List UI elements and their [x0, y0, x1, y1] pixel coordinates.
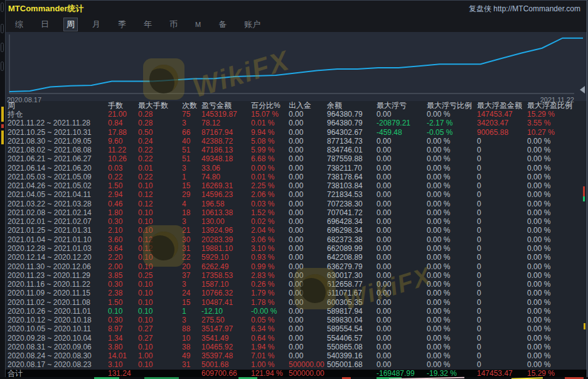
menu-item-年[interactable]: 年: [141, 18, 155, 31]
menu-item-M[interactable]: M: [192, 19, 204, 29]
cell-max-float-loss: 0.00: [377, 289, 427, 297]
table-row[interactable]: 2021.03.22 ~ 2021.03.280.460.124196.580.…: [6, 200, 587, 208]
menu-item-季[interactable]: 季: [115, 18, 129, 31]
stats-window: MTCommander统计 复盘侠 http://MTCommander.com…: [5, 0, 587, 377]
cell-max-float-loss-pct: 0.00 %: [427, 137, 477, 146]
cell-deposit: 0.00: [289, 334, 327, 343]
table-row[interactable]: 2020.11.02 ~ 2020.11.081.500.101510487.4…: [6, 298, 587, 307]
cell-max-float-loss: 0.00: [377, 271, 427, 280]
cell-max-lots: 0.12: [138, 235, 182, 244]
cell-max-float-loss-pct: 0.00 %: [427, 271, 477, 280]
cell-lots: 14.01: [108, 351, 138, 360]
cell-lots: 0.10: [108, 307, 138, 316]
table-row[interactable]: 2021.10.25 ~ 2021.10.3117.880.506687167.…: [6, 128, 587, 137]
cell-count: 38: [182, 343, 201, 351]
equity-chart-pane: 2020.08.17 2021.11.22: [6, 32, 587, 101]
table-row[interactable]: 2020.10.26 ~ 2020.11.010.100.101-12.10-0…: [6, 307, 587, 316]
table-row[interactable]: 2021.04.05 ~ 2021.04.112.940.122914596.2…: [6, 190, 587, 199]
cell-deposit: 0.00: [289, 235, 327, 244]
table-row[interactable]: 2021.01.25 ~ 2021.01.312.100.102113924.9…: [6, 226, 587, 235]
cell-max-float-profit: 90065.88: [477, 128, 527, 137]
cell-period: 2020.10.12 ~ 2020.10.18: [8, 316, 108, 324]
cell-max-lots: 0.10: [138, 208, 182, 217]
cell-max-float-loss-pct: 0.00 %: [427, 235, 477, 244]
cell-max-float-profit-pct: 0.00 %: [527, 298, 587, 307]
cell-lots: 3.60: [108, 235, 138, 244]
table-row[interactable]: 2020.11.30 ~ 2020.12.062.000.10206262.49…: [6, 262, 587, 271]
table-row[interactable]: 2020.12.14 ~ 2020.12.202.200.10225929.10…: [6, 253, 587, 262]
cell-pct: 5.99 %: [251, 146, 289, 154]
table-row[interactable]: 2021.08.30 ~ 2021.09.059.600.244042388.7…: [6, 137, 587, 146]
background-candle-mark: [584, 323, 585, 329]
cell-max-float-profit-pct: 0.00 %: [527, 173, 587, 181]
table-row[interactable]: 2020.08.24 ~ 2020.08.3014.011.004935397.…: [6, 351, 587, 360]
menu-item-币[interactable]: 币: [166, 18, 181, 31]
cell-max-float-loss: 0.00: [377, 343, 427, 351]
table-row[interactable]: 2021.11.22 ~ 2021.11.280.840.28378.120.0…: [6, 119, 587, 127]
table-row[interactable]: 2020.08.17 ~ 2020.08.233.100.10315001.68…: [6, 360, 587, 369]
cell-max-float-loss: 0.00: [377, 208, 427, 217]
table-row[interactable]: 2021.06.21 ~ 2021.06.2710.260.225149348.…: [6, 154, 587, 163]
table-row[interactable]: 2020.12.28 ~ 2021.01.033.640.123119881.1…: [6, 244, 587, 253]
cell-pct: 3.10 %: [251, 244, 289, 253]
cell-count: 3: [182, 280, 201, 289]
column-header-pct: 百分比%: [251, 101, 289, 110]
menu-item-备[interactable]: 备: [215, 18, 230, 31]
menu-item-日[interactable]: 日: [38, 18, 52, 31]
cell-balance: 682373.38: [327, 235, 377, 244]
cell-pnl: 35397.48: [201, 351, 251, 360]
menu-item-账户[interactable]: 账户: [241, 18, 264, 31]
cell-lots: 0.30: [108, 316, 138, 324]
table-row[interactable]: 持仓21.000.2875145319.8715.07 %0.00964380.…: [6, 110, 587, 119]
table-row[interactable]: 2021.01.04 ~ 2021.01.103.600.123020283.3…: [6, 235, 587, 244]
cell-count: 88: [182, 324, 201, 333]
cell-max-float-loss-pct: 0.00 %: [427, 316, 477, 324]
cell-max-lots: 0.10: [138, 343, 182, 351]
menu-bar: 综日周月季年币M备账户: [6, 17, 587, 33]
table-row[interactable]: 2021.04.26 ~ 2021.05.021.500.101516269.3…: [6, 181, 587, 190]
cell-max-float-loss: 0.00: [377, 200, 427, 208]
table-row[interactable]: 2021.06.14 ~ 2021.06.200.030.01333.060.0…: [6, 164, 587, 173]
cell-max-lots: 0.12: [138, 244, 182, 253]
table-row[interactable]: 2020.08.31 ~ 2020.09.063.800.103810465.9…: [6, 343, 587, 351]
table-row[interactable]: 2020.11.23 ~ 2020.11.293.850.253717358.5…: [6, 271, 587, 280]
cell-deposit: 0.00: [289, 324, 327, 333]
cell-deposit: 0.00: [289, 262, 327, 271]
cell-max-float-profit: 0: [477, 164, 527, 173]
cell-max-float-loss: 0.00: [377, 181, 427, 190]
table-row[interactable]: 2020.11.09 ~ 2020.11.152.380.102410766.3…: [6, 289, 587, 297]
menu-item-周[interactable]: 周: [63, 18, 78, 31]
cell-max-lots: 0.22: [138, 154, 182, 163]
cell-max-lots: 0.28: [138, 119, 182, 127]
table-row[interactable]: 2020.11.16 ~ 2020.11.220.300.1031587.100…: [6, 280, 587, 289]
cell-pct: 0.99 %: [251, 262, 289, 271]
cell-max-float-loss: 0.00: [377, 217, 427, 226]
cell-max-float-profit-pct: 0.00 %: [527, 271, 587, 280]
menu-item-综[interactable]: 综: [12, 18, 26, 31]
cell-max-float-profit: 147453.47: [477, 110, 527, 119]
cell-pnl: 10613.38: [201, 208, 251, 217]
cell-max-float-profit: 0: [477, 208, 527, 217]
cell-lots: 11.22: [108, 146, 138, 154]
cell-pct: 0.00 %: [251, 164, 289, 173]
cell-deposit: 0.00: [289, 217, 327, 226]
table-header-row: 周手数最大手数次数盈亏金额百分比%出入金余额最大浮亏最大浮亏比例最大浮盈金额最大…: [6, 101, 587, 110]
cell-count: 18: [182, 208, 201, 217]
cell-period: 2020.11.02 ~ 2020.11.08: [8, 298, 108, 307]
table-row[interactable]: 2020.10.12 ~ 2020.10.180.300.103275.500.…: [6, 316, 587, 324]
table-row[interactable]: 2021.02.08 ~ 2021.02.141.800.101810613.3…: [6, 208, 587, 217]
table-row[interactable]: 2020.10.05 ~ 2020.10.118.970.278835147.9…: [6, 324, 587, 333]
table-row[interactable]: 2021.05.03 ~ 2021.05.090.220.22174.800.0…: [6, 173, 587, 181]
table-row[interactable]: 2020.09.28 ~ 2020.10.041.340.27103541.49…: [6, 334, 587, 343]
cell-max-float-loss-pct: 0.00 %: [427, 173, 477, 181]
menu-item-月[interactable]: 月: [89, 18, 104, 31]
cell-balance: 611071.67: [327, 289, 377, 297]
cell-pnl: 13924.96: [201, 226, 251, 235]
brand-link[interactable]: 复盘侠 http://MTCommander.com: [469, 4, 580, 14]
cell-max-float-loss: 0.00: [377, 316, 427, 324]
table-row[interactable]: 2021.08.02 ~ 2021.08.0811.220.225147186.…: [6, 146, 587, 154]
cell-max-lots: 0.10: [138, 262, 182, 271]
table-row[interactable]: 2021.02.01 ~ 2021.02.070.300.103130.000.…: [6, 217, 587, 226]
chart-scroll-arrow-icon[interactable]: [580, 86, 585, 93]
cell-balance: 964302.67: [327, 128, 377, 137]
